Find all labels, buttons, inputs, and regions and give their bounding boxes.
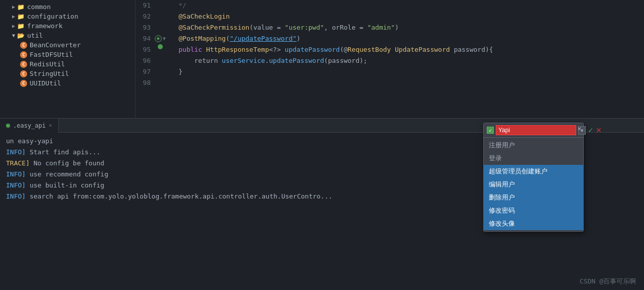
sidebar-item-label: configuration bbox=[27, 13, 78, 20]
code-line-94: 94 ● ▼ @PostMapping("/updatePassword") bbox=[136, 33, 644, 44]
arrow-icon: ▶ bbox=[12, 4, 15, 10]
line-number: 96 bbox=[136, 55, 156, 66]
terminal-line-text: use recommend config bbox=[30, 170, 109, 178]
line-number: 94 bbox=[136, 33, 156, 44]
popup-list-item-1[interactable]: 登录 bbox=[484, 152, 583, 165]
file-icon: C bbox=[20, 61, 27, 68]
sidebar-item-label: StringUtil bbox=[30, 70, 69, 77]
tab-close-button[interactable]: × bbox=[49, 122, 52, 129]
log-tag: INFO] bbox=[6, 148, 26, 156]
popup-delete-button[interactable]: ✕ bbox=[596, 126, 602, 134]
popup-list-item-6[interactable]: 修改头像 bbox=[484, 217, 583, 230]
arrow-icon: ▶ bbox=[12, 14, 15, 19]
code-line-93: 93 @SaCheckPermission(value = "user:pwd"… bbox=[136, 22, 644, 33]
code-line-98: 98 bbox=[136, 77, 644, 88]
terminal-line-text: search api from:com.yolo.yoloblog.framew… bbox=[30, 192, 333, 200]
popup-list-item-4[interactable]: 删除用户 bbox=[484, 191, 583, 204]
popup-list-item-5[interactable]: 修改密码 bbox=[484, 204, 583, 217]
sidebar-item-label: RedisUtil bbox=[30, 60, 65, 68]
sidebar-item-common[interactable]: ▶ 📁 common bbox=[0, 2, 135, 12]
code-line-95: 95 public HttpResponseTemp<?> updatePass… bbox=[136, 44, 644, 55]
line-gutter: ● ▼ bbox=[156, 33, 165, 44]
arrow-icon: ▼ bbox=[12, 33, 15, 38]
popup-list: 注册用户 登录 超级管理员创建账户 编辑用户 删除用户 修改密码 修改头像 bbox=[484, 138, 583, 231]
popup-input-field[interactable] bbox=[496, 125, 576, 135]
file-icon: C bbox=[20, 70, 27, 77]
line-content: @SaCheckLogin bbox=[165, 11, 644, 22]
sidebar-item-uuidutil[interactable]: C UUIDUtil bbox=[0, 78, 135, 88]
sidebar-item-label: UUIDUtil bbox=[30, 79, 61, 87]
code-line-96: 96 return userService.updatePassword(pas… bbox=[136, 55, 644, 66]
terminal-tab[interactable]: .easy_api × bbox=[0, 119, 59, 133]
tab-label: .easy_api bbox=[13, 122, 46, 129]
sidebar-item-configuration[interactable]: ▶ 📁 configuration bbox=[0, 12, 135, 21]
line-number: 97 bbox=[136, 66, 156, 77]
code-line-92: 92 @SaCheckLogin bbox=[136, 11, 644, 22]
folder-icon: 📁 bbox=[17, 4, 25, 11]
top-area: ▶ 📁 common ▶ 📁 configuration ▶ 📁 framewo… bbox=[0, 0, 644, 118]
popup-checkbox[interactable]: ✓ bbox=[487, 127, 494, 134]
watermark: CSDN @百事可乐啊 bbox=[580, 277, 636, 286]
sidebar-item-framework[interactable]: ▶ 📁 framework bbox=[0, 21, 135, 31]
watermark-text: CSDN @百事可乐啊 bbox=[580, 277, 636, 285]
line-content: */ bbox=[165, 0, 644, 11]
sidebar: ▶ 📁 common ▶ 📁 configuration ▶ 📁 framewo… bbox=[0, 0, 136, 118]
log-tag: INFO] bbox=[6, 170, 26, 178]
file-icon: C bbox=[20, 80, 27, 87]
arrow-icon: ▶ bbox=[12, 23, 15, 29]
line-content: @PostMapping("/updatePassword") bbox=[165, 33, 644, 44]
line-number: 98 bbox=[136, 77, 156, 88]
terminal-line-text: un easy-yapi bbox=[6, 137, 53, 145]
popup-list-item-0[interactable]: 注册用户 bbox=[484, 139, 583, 152]
line-content: public HttpResponseTemp<?> updatePasswor… bbox=[165, 44, 644, 55]
line-content: @SaCheckPermission(value = "user:pwd", o… bbox=[165, 22, 644, 33]
popup-header: ✓ ▾ ✓ ✕ bbox=[484, 123, 583, 138]
code-line-91: 91 */ bbox=[136, 0, 644, 11]
code-editor: 91 */ 92 @SaCheckLogin 93 @SaCheckPermis… bbox=[136, 0, 644, 118]
file-icon: C bbox=[20, 42, 27, 49]
terminal-area: .easy_api × un easy-yapi INFO] Start fin… bbox=[0, 118, 644, 290]
line-gutter bbox=[156, 44, 165, 49]
code-line-97: 97 } bbox=[136, 66, 644, 77]
log-tag: INFO] bbox=[6, 181, 26, 189]
popup-close-button[interactable]: × bbox=[577, 125, 581, 132]
sidebar-item-fastdfsutil[interactable]: C FastDFSUtil bbox=[0, 50, 135, 59]
terminal-line-text: use built-in config bbox=[30, 181, 104, 189]
line-content: } bbox=[165, 66, 644, 77]
line-number: 91 bbox=[136, 0, 156, 11]
line-number: 93 bbox=[136, 22, 156, 33]
tab-status-dot bbox=[6, 124, 10, 128]
folder-icon: 📁 bbox=[17, 23, 25, 30]
sidebar-item-redisutil[interactable]: C RedisUtil bbox=[0, 59, 135, 69]
breakpoint-icon bbox=[158, 44, 163, 49]
log-tag: TRACE] bbox=[6, 159, 30, 167]
folder-icon: 📁 bbox=[17, 13, 25, 20]
sidebar-item-label: common bbox=[27, 3, 51, 11]
code-lines: 91 */ 92 @SaCheckLogin 93 @SaCheckPermis… bbox=[136, 0, 644, 88]
sidebar-item-stringutil[interactable]: C StringUtil bbox=[0, 69, 135, 78]
popup-list-item-3[interactable]: 编辑用户 bbox=[484, 178, 583, 191]
sidebar-item-label: BeanConverter bbox=[30, 41, 81, 49]
file-icon: C bbox=[20, 51, 27, 58]
terminal-line-text: No config be found bbox=[34, 159, 104, 167]
line-content: return userService.updatePassword(passwo… bbox=[165, 55, 644, 66]
popup-list-item-2[interactable]: 超级管理员创建账户 bbox=[484, 165, 583, 178]
log-tag: INFO] bbox=[6, 192, 26, 200]
line-number: 95 bbox=[136, 44, 156, 55]
folder-icon-open: 📂 bbox=[17, 32, 25, 39]
sidebar-item-label: FastDFSUtil bbox=[30, 51, 73, 58]
sidebar-item-label: framework bbox=[27, 22, 62, 30]
sidebar-item-util[interactable]: ▼ 📂 util bbox=[0, 31, 135, 40]
popup-dialog: × ✓ ▾ ✓ ✕ 注册用户 登录 超级管理员创建账户 编辑用户 删除用户 修改… bbox=[483, 123, 584, 232]
sidebar-item-label: util bbox=[27, 32, 43, 39]
terminal-line-text: Start find apis... bbox=[30, 148, 100, 156]
line-number: 92 bbox=[136, 11, 156, 22]
popup-confirm-button[interactable]: ✓ bbox=[588, 126, 594, 134]
sidebar-item-beanconverter[interactable]: C BeanConverter bbox=[0, 40, 135, 50]
